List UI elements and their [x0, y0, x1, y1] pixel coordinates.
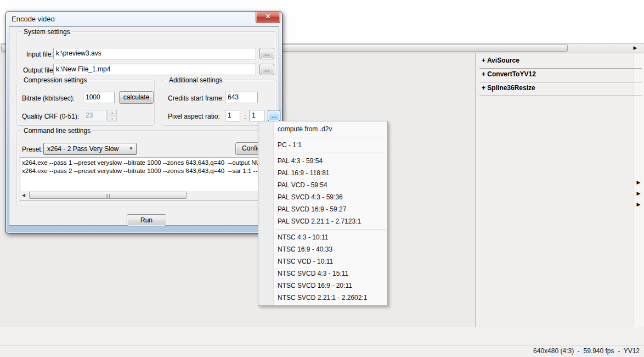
expand-arrow-icon[interactable]: ▶ [635, 177, 642, 188]
par-colon: : [244, 113, 246, 120]
group-system-settings: System settings Input file: k:\preview3.… [16, 31, 276, 75]
filter-list: + AviSource+ ConvertToYV12+ Spline36Resi… [479, 55, 642, 96]
menu-item[interactable]: NTSC VCD - 10:11 [258, 255, 387, 267]
menu-item[interactable]: NTSC SVCD 2.21:1 - 2.2602:1 [258, 292, 387, 304]
menu-item[interactable]: PAL 4:3 - 59:54 [258, 155, 387, 167]
menu-separator [276, 137, 386, 137]
input-browse-button[interactable]: ... [259, 48, 274, 59]
group-compression-settings: Compression settings Bitrate (kbits/sec)… [16, 80, 155, 126]
spin-down-icon[interactable]: ▼ [108, 116, 117, 121]
par-browse-button[interactable]: ... [268, 110, 280, 121]
filter-item[interactable]: + AviSource [479, 55, 642, 69]
menu-item[interactable]: NTSC SVCD 4:3 - 15:11 [258, 267, 387, 280]
group-label: Additional settings [167, 76, 224, 84]
group-commandline-settings: Command line settings Preset: x264 - 2 P… [16, 130, 276, 207]
menu-separator [276, 153, 386, 153]
close-button[interactable]: ✕ [256, 12, 280, 23]
menu-item[interactable]: PC - 1:1 [258, 139, 387, 151]
encode-video-dialog: Encode video ✕ System settings Input fil… [5, 11, 283, 233]
menu-separator [276, 229, 386, 230]
menu-item[interactable]: PAL 16:9 - 118:81 [258, 167, 387, 179]
output-browse-button[interactable]: ... [259, 64, 274, 75]
menu-item[interactable]: compute from .d2v [258, 123, 387, 135]
seek-slider-area [0, 327, 644, 345]
dialog-title: Encode video [12, 15, 55, 23]
output-file-label: Output file: [23, 66, 55, 74]
command-scrollbar[interactable]: ◀ [21, 191, 273, 200]
command-text: x264.exe --pass 1 --preset veryslow --bi… [22, 159, 273, 175]
credits-field[interactable]: 643 [225, 92, 258, 103]
preset-dropdown[interactable]: x264 - 2 Pass Very Slow ▼ [43, 143, 137, 155]
preset-label: Preset: [22, 146, 43, 153]
command-scrollbar-thumb[interactable] [29, 192, 187, 199]
run-button[interactable]: Run [127, 214, 166, 226]
chevron-down-icon: ▼ [129, 143, 133, 154]
credits-label: Credits start frame: [168, 94, 224, 102]
calculate-button[interactable]: calculate [119, 91, 154, 104]
video-info-status: 640x480 (4:3) - 59.940 fps - YV12 [533, 347, 640, 355]
expand-arrow-icon[interactable]: ▶ [635, 188, 642, 199]
app-window: ▶ + AviSource+ ConvertToYV12+ Spline36Re… [0, 0, 644, 357]
crf-field[interactable]: 23 [83, 110, 107, 121]
par-popup-menu: compute from .d2vPC - 1:1PAL 4:3 - 59:54… [258, 121, 388, 306]
expand-arrow-icon[interactable]: ▶ [635, 199, 642, 210]
crf-label: Quality CRF (0-51): [22, 113, 79, 120]
command-line-box[interactable]: x264.exe --pass 1 --preset veryslow --bi… [20, 157, 274, 201]
scroll-left-icon[interactable]: ◀ [22, 193, 25, 198]
filter-item[interactable]: + ConvertToYV12 [479, 69, 642, 82]
par-y-field[interactable]: 1 [249, 110, 264, 121]
group-label: Compression settings [21, 76, 89, 84]
input-file-field[interactable]: k:\preview3.avs [53, 48, 256, 59]
menu-item[interactable]: NTSC 16:9 - 40:33 [258, 243, 387, 255]
dialog-content: System settings Input file: k:\preview3.… [9, 26, 279, 226]
spin-up-icon[interactable]: ▲ [108, 110, 117, 115]
menu-item[interactable]: PAL SVCD 16:9 - 59:27 [258, 203, 387, 215]
output-file-field[interactable]: k:\New File_1.mp4 [53, 64, 256, 75]
par-x-field[interactable]: 1 [225, 110, 240, 121]
menu-item[interactable]: PAL VCD - 59:54 [258, 179, 387, 191]
status-bar: 640x480 (4:3) - 59.940 fps - YV12 [0, 345, 644, 357]
panel-divider [475, 53, 476, 328]
par-menu-list: compute from .d2vPC - 1:1PAL 4:3 - 59:54… [258, 123, 387, 304]
preset-value: x264 - 2 Pass Very Slow [47, 145, 118, 153]
filter-item[interactable]: + Spline36Resize [479, 82, 642, 96]
crf-spinner: ▲ ▼ [108, 110, 117, 121]
menu-item[interactable]: NTSC 4:3 - 10:11 [258, 231, 387, 243]
close-icon: ✕ [265, 13, 270, 20]
input-file-label: Input file: [26, 51, 53, 58]
par-label: Pixel aspect ratio: [168, 113, 220, 120]
group-label: System settings [21, 28, 72, 36]
menu-item[interactable]: PAL SVCD 2.21:1 - 2.7123:1 [258, 215, 387, 227]
group-additional-settings: Additional settings Credits start frame:… [162, 80, 276, 126]
edge-arrow-strip: ▶▶▶ [635, 177, 642, 210]
scroll-right-icon[interactable]: ▶ [631, 44, 640, 52]
menu-item[interactable]: NTSC SVCD 16:9 - 20:11 [258, 280, 387, 292]
group-label: Command line settings [21, 127, 93, 135]
bitrate-label: Bitrate (kbits/sec): [22, 94, 75, 102]
bitrate-field[interactable]: 1000 [83, 92, 115, 103]
menu-item[interactable]: PAL SVCD 4:3 - 59:36 [258, 191, 387, 203]
